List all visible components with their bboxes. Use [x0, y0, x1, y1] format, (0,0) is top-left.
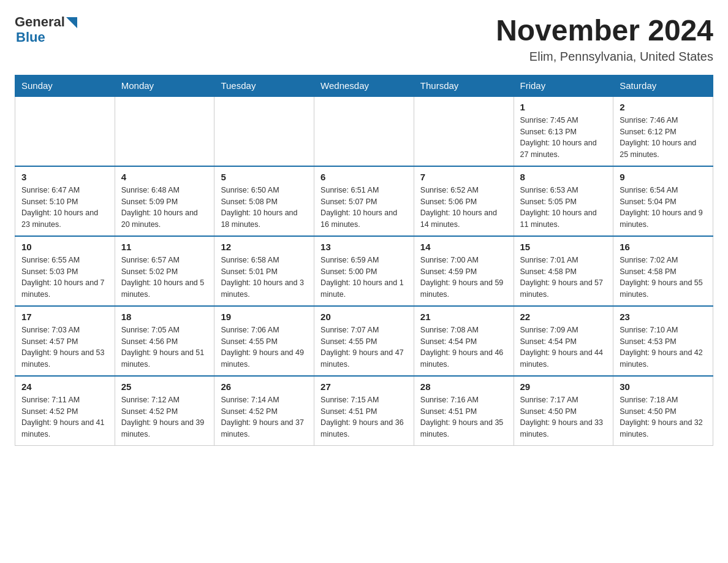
day-info: Sunrise: 7:18 AMSunset: 4:50 PMDaylight:… [620, 394, 707, 440]
day-info: Sunrise: 7:05 AMSunset: 4:56 PMDaylight:… [121, 324, 208, 370]
calendar-cell: 12Sunrise: 6:58 AMSunset: 5:01 PMDayligh… [214, 236, 314, 306]
calendar-cell: 20Sunrise: 7:07 AMSunset: 4:55 PMDayligh… [314, 306, 414, 376]
day-number: 13 [320, 242, 408, 252]
day-number: 28 [420, 381, 507, 392]
calendar-table: SundayMondayTuesdayWednesdayThursdayFrid… [15, 75, 713, 446]
calendar-cell: 17Sunrise: 7:03 AMSunset: 4:57 PMDayligh… [15, 306, 115, 376]
day-info: Sunrise: 7:03 AMSunset: 4:57 PMDaylight:… [21, 324, 108, 370]
day-info: Sunrise: 7:16 AMSunset: 4:51 PMDaylight:… [420, 394, 507, 440]
calendar-cell: 1Sunrise: 7:45 AMSunset: 6:13 PMDaylight… [514, 96, 613, 166]
location-subtitle: Elim, Pennsylvania, United States [496, 50, 713, 64]
day-of-week-tuesday: Tuesday [214, 75, 314, 96]
month-year-title: November 2024 [496, 15, 713, 47]
calendar-cell: 15Sunrise: 7:01 AMSunset: 4:58 PMDayligh… [514, 236, 613, 306]
day-number: 11 [121, 242, 208, 252]
day-of-week-friday: Friday [514, 75, 613, 96]
day-info: Sunrise: 7:46 AMSunset: 6:12 PMDaylight:… [620, 115, 707, 161]
calendar-cell [314, 96, 414, 166]
day-info: Sunrise: 7:12 AMSunset: 4:52 PMDaylight:… [121, 394, 208, 440]
day-info: Sunrise: 6:54 AMSunset: 5:04 PMDaylight:… [620, 185, 707, 231]
day-number: 6 [320, 172, 408, 182]
calendar-cell [214, 96, 314, 166]
calendar-body: 1Sunrise: 7:45 AMSunset: 6:13 PMDaylight… [15, 96, 713, 446]
day-info: Sunrise: 7:06 AMSunset: 4:55 PMDaylight:… [221, 324, 308, 370]
week-row-5: 24Sunrise: 7:11 AMSunset: 4:52 PMDayligh… [15, 376, 713, 446]
calendar-cell: 5Sunrise: 6:50 AMSunset: 5:08 PMDaylight… [214, 166, 314, 236]
day-number: 22 [520, 312, 607, 322]
calendar-cell: 19Sunrise: 7:06 AMSunset: 4:55 PMDayligh… [214, 306, 314, 376]
day-info: Sunrise: 7:10 AMSunset: 4:53 PMDaylight:… [620, 324, 707, 370]
day-number: 4 [121, 172, 208, 182]
day-info: Sunrise: 6:58 AMSunset: 5:01 PMDaylight:… [221, 255, 308, 301]
calendar-cell [414, 96, 514, 166]
page-header: General Blue November 2024 Elim, Pennsyl… [15, 15, 713, 64]
day-number: 26 [221, 381, 308, 392]
day-number: 8 [520, 172, 607, 182]
day-info: Sunrise: 7:15 AMSunset: 4:51 PMDaylight:… [320, 394, 408, 440]
day-of-week-monday: Monday [115, 75, 214, 96]
calendar-cell: 6Sunrise: 6:51 AMSunset: 5:07 PMDaylight… [314, 166, 414, 236]
day-info: Sunrise: 6:55 AMSunset: 5:03 PMDaylight:… [21, 255, 108, 301]
calendar-cell: 21Sunrise: 7:08 AMSunset: 4:54 PMDayligh… [414, 306, 514, 376]
day-number: 14 [420, 242, 507, 252]
calendar-cell: 28Sunrise: 7:16 AMSunset: 4:51 PMDayligh… [414, 376, 514, 446]
day-info: Sunrise: 7:11 AMSunset: 4:52 PMDaylight:… [21, 394, 108, 440]
day-info: Sunrise: 7:07 AMSunset: 4:55 PMDaylight:… [320, 324, 408, 370]
calendar-header: SundayMondayTuesdayWednesdayThursdayFrid… [15, 75, 713, 96]
logo-general: General [15, 15, 77, 29]
day-info: Sunrise: 6:57 AMSunset: 5:02 PMDaylight:… [121, 255, 208, 301]
day-info: Sunrise: 6:59 AMSunset: 5:00 PMDaylight:… [320, 255, 408, 301]
day-number: 5 [221, 172, 308, 182]
day-number: 29 [520, 381, 607, 392]
logo-blue-text: Blue [16, 29, 45, 45]
calendar-cell: 7Sunrise: 6:52 AMSunset: 5:06 PMDaylight… [414, 166, 514, 236]
day-number: 18 [121, 312, 208, 322]
day-info: Sunrise: 7:00 AMSunset: 4:59 PMDaylight:… [420, 255, 507, 301]
calendar-cell: 10Sunrise: 6:55 AMSunset: 5:03 PMDayligh… [15, 236, 115, 306]
day-info: Sunrise: 6:52 AMSunset: 5:06 PMDaylight:… [420, 185, 507, 231]
week-row-1: 1Sunrise: 7:45 AMSunset: 6:13 PMDaylight… [15, 96, 713, 166]
calendar-cell: 25Sunrise: 7:12 AMSunset: 4:52 PMDayligh… [115, 376, 214, 446]
calendar-cell: 27Sunrise: 7:15 AMSunset: 4:51 PMDayligh… [314, 376, 414, 446]
calendar-cell [15, 96, 115, 166]
day-number: 19 [221, 312, 308, 322]
calendar-cell: 11Sunrise: 6:57 AMSunset: 5:02 PMDayligh… [115, 236, 214, 306]
svg-marker-0 [66, 17, 77, 28]
day-of-week-wednesday: Wednesday [314, 75, 414, 96]
week-row-4: 17Sunrise: 7:03 AMSunset: 4:57 PMDayligh… [15, 306, 713, 376]
day-number: 17 [21, 312, 108, 322]
calendar-cell: 23Sunrise: 7:10 AMSunset: 4:53 PMDayligh… [613, 306, 713, 376]
day-info: Sunrise: 6:48 AMSunset: 5:09 PMDaylight:… [121, 185, 208, 231]
day-info: Sunrise: 6:53 AMSunset: 5:05 PMDaylight:… [520, 185, 607, 231]
header-row: SundayMondayTuesdayWednesdayThursdayFrid… [15, 75, 713, 96]
calendar-cell: 30Sunrise: 7:18 AMSunset: 4:50 PMDayligh… [613, 376, 713, 446]
title-block: November 2024 Elim, Pennsylvania, United… [496, 15, 713, 64]
day-number: 24 [21, 381, 108, 392]
day-of-week-saturday: Saturday [613, 75, 713, 96]
day-info: Sunrise: 6:47 AMSunset: 5:10 PMDaylight:… [21, 185, 108, 231]
week-row-3: 10Sunrise: 6:55 AMSunset: 5:03 PMDayligh… [15, 236, 713, 306]
calendar-cell: 22Sunrise: 7:09 AMSunset: 4:54 PMDayligh… [514, 306, 613, 376]
day-info: Sunrise: 7:17 AMSunset: 4:50 PMDaylight:… [520, 394, 607, 440]
logo-arrow-icon [66, 17, 77, 28]
day-of-week-sunday: Sunday [15, 75, 115, 96]
calendar-cell: 9Sunrise: 6:54 AMSunset: 5:04 PMDaylight… [613, 166, 713, 236]
day-info: Sunrise: 7:02 AMSunset: 4:58 PMDaylight:… [620, 255, 707, 301]
day-number: 30 [620, 381, 707, 392]
day-info: Sunrise: 7:01 AMSunset: 4:58 PMDaylight:… [520, 255, 607, 301]
day-number: 9 [620, 172, 707, 182]
calendar-cell: 26Sunrise: 7:14 AMSunset: 4:52 PMDayligh… [214, 376, 314, 446]
day-number: 16 [620, 242, 707, 252]
day-info: Sunrise: 7:09 AMSunset: 4:54 PMDaylight:… [520, 324, 607, 370]
day-number: 27 [320, 381, 408, 392]
day-of-week-thursday: Thursday [414, 75, 514, 96]
day-number: 3 [21, 172, 108, 182]
calendar-cell: 8Sunrise: 6:53 AMSunset: 5:05 PMDaylight… [514, 166, 613, 236]
day-number: 10 [21, 242, 108, 252]
day-info: Sunrise: 7:08 AMSunset: 4:54 PMDaylight:… [420, 324, 507, 370]
day-number: 7 [420, 172, 507, 182]
calendar-cell: 3Sunrise: 6:47 AMSunset: 5:10 PMDaylight… [15, 166, 115, 236]
calendar-cell: 18Sunrise: 7:05 AMSunset: 4:56 PMDayligh… [115, 306, 214, 376]
calendar-cell: 13Sunrise: 6:59 AMSunset: 5:00 PMDayligh… [314, 236, 414, 306]
calendar-cell [115, 96, 214, 166]
